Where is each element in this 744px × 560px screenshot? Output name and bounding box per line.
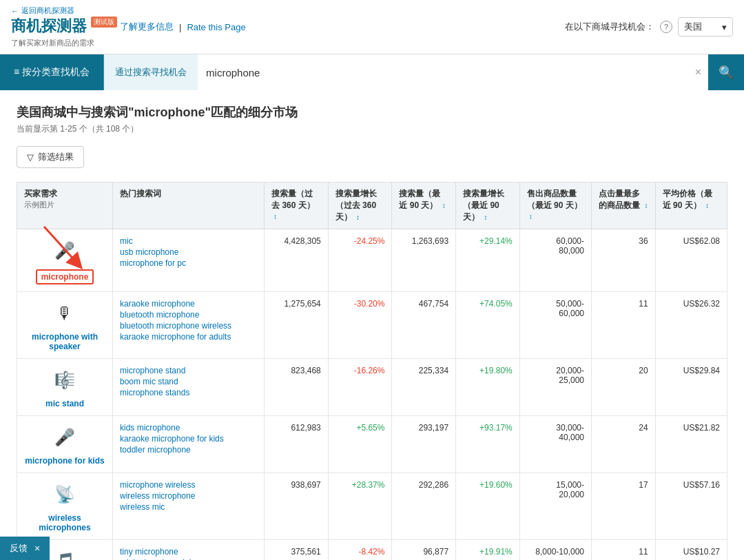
filter-button[interactable]: ▽ 筛选结果: [17, 146, 84, 168]
growth90-mini-microphone: +19.91%: [456, 540, 520, 561]
keyword-item[interactable]: microphone stand: [120, 366, 257, 375]
back-arrow-icon: ←: [11, 7, 19, 15]
price-microphone: US$62.08: [655, 229, 727, 292]
back-link[interactable]: ← 返回商机探测器: [11, 6, 246, 16]
th-sold: 售出商品数量（最近 90 天） ↕: [519, 183, 591, 229]
data-table: 买家需求 示例图片 热门搜索词 搜索量（过去 360 天） ↕ 搜索量增长（过去…: [17, 182, 727, 560]
keyword-item[interactable]: microphone wireless: [120, 480, 257, 490]
brand-subtitle: 了解买家对新商品的需求: [11, 38, 246, 48]
need-cell-microphone-for-kids: 🎤microphone for kids: [17, 416, 113, 473]
growth90-mic-stand: +19.80%: [456, 359, 520, 416]
keyword-item[interactable]: microphone stands: [120, 388, 257, 397]
clicks-microphone-for-kids: 24: [592, 416, 656, 473]
th-vol90: 搜索量（最近 90 天） ↕: [392, 183, 456, 229]
growth360-microphone-with-speaker: -30.20%: [328, 292, 392, 359]
th-keyword: 热门搜索词: [113, 183, 265, 229]
sort-icon-clicks[interactable]: ↕: [644, 202, 648, 209]
need-image-mini-microphone: 🎵: [50, 547, 79, 560]
chevron-down-icon: ▾: [722, 22, 727, 32]
back-link-text: 返回商机探测器: [21, 6, 74, 16]
keyword-item[interactable]: kids microphone: [120, 423, 257, 433]
table-wrapper: 买家需求 示例图片 热门搜索词 搜索量（过去 360 天） ↕ 搜索量增长（过去…: [17, 182, 727, 560]
keyword-item[interactable]: bluetooth microphone: [120, 310, 257, 320]
table-row: 🎼mic standmicrophone standboom mic stand…: [17, 359, 727, 416]
table-row: 🎤microphone for kidskids microphonekarao…: [17, 416, 727, 473]
keyword-item[interactable]: wireless mic: [120, 502, 257, 512]
search-button[interactable]: 🔍: [708, 54, 744, 90]
table-row: 🎙microphone with speakerkaraoke micropho…: [17, 292, 727, 359]
clicks-mic-stand: 20: [592, 359, 656, 416]
need-label-mic-stand[interactable]: mic stand: [45, 399, 84, 408]
feedback-label: 反馈: [10, 542, 28, 554]
store-select[interactable]: 美国 ▾: [678, 17, 733, 37]
th-vol360: 搜索量（过去 360 天） ↕: [265, 183, 329, 229]
nav-separator: |: [179, 22, 181, 32]
learn-more-link[interactable]: 了解更多信息: [120, 21, 174, 33]
sort-icon-price[interactable]: ↕: [705, 202, 709, 209]
rate-page-link[interactable]: Rate this Page: [187, 22, 245, 32]
vol90-wireless-microphones: 292,286: [392, 473, 456, 540]
sort-icon-vol90[interactable]: ↕: [442, 202, 446, 209]
feedback-close-button[interactable]: ×: [34, 543, 40, 554]
top-nav: ← 返回商机探测器 商机探测器 测试版 了解更多信息 | Rate this P…: [0, 0, 744, 54]
keyword-cell-mini-microphone: tiny microphonemini microphone iphonemin…: [113, 540, 265, 561]
sold-wireless-microphones: 15,000- 20,000: [519, 473, 591, 540]
keyword-cell-microphone: micusb microphonemicrophone for pc: [113, 229, 265, 292]
category-button-label: ≡ 按分类查找机会: [14, 66, 90, 79]
need-label-microphone[interactable]: microphone: [36, 269, 94, 284]
vol90-microphone-with-speaker: 467,754: [392, 292, 456, 359]
sort-icon-growth360[interactable]: ↕: [356, 214, 360, 221]
category-button[interactable]: ≡ 按分类查找机会: [0, 54, 104, 90]
keyword-cell-mic-stand: microphone standboom mic standmicrophone…: [113, 359, 265, 416]
filter-icon: ▽: [27, 152, 34, 163]
sort-icon-sold[interactable]: ↕: [529, 213, 533, 220]
vol360-microphone: 4,428,305: [265, 229, 329, 292]
keyword-item[interactable]: usb microphone: [120, 247, 257, 257]
help-icon[interactable]: ?: [660, 21, 672, 33]
vol360-wireless-microphones: 938,697: [265, 473, 329, 540]
brand-badge: 测试版: [91, 17, 117, 28]
th-growth90: 搜索量增长（最近 90 天） ↕: [456, 183, 520, 229]
need-image-microphone-with-speaker: 🎙: [50, 299, 79, 328]
need-label-microphone-with-speaker[interactable]: microphone with speaker: [32, 332, 98, 351]
keyword-item[interactable]: karaoke microphone for adults: [120, 332, 257, 342]
growth360-microphone-for-kids: +5.65%: [328, 416, 392, 473]
store-selector-section: 在以下商城寻找机会： ? 美国 ▾: [565, 17, 733, 37]
growth360-mini-microphone: -8.42%: [328, 540, 392, 561]
search-input[interactable]: [198, 54, 688, 90]
need-image-mic-stand: 🎼: [50, 366, 79, 395]
need-cell-microphone-with-speaker: 🎙microphone with speaker: [17, 292, 113, 359]
keyword-item[interactable]: tiny microphone: [120, 547, 257, 557]
need-label-wireless-microphones[interactable]: wireless microphones: [39, 513, 90, 532]
need-label-microphone-for-kids[interactable]: microphone for kids: [25, 456, 104, 466]
search-clear-button[interactable]: ×: [688, 54, 708, 90]
store-label: 在以下商城寻找机会：: [565, 21, 654, 33]
keyword-item[interactable]: boom mic stand: [120, 377, 257, 386]
keyword-item[interactable]: karaoke microphone for kids: [120, 434, 257, 444]
keyword-cell-microphone-for-kids: kids microphonekaraoke microphone for ki…: [113, 416, 265, 473]
keyword-item[interactable]: wireless microphone: [120, 491, 257, 501]
sold-mic-stand: 20,000- 25,000: [519, 359, 591, 416]
sort-icon-vol360[interactable]: ↕: [273, 213, 277, 220]
keyword-item[interactable]: mic: [120, 236, 257, 246]
feedback-bar: 反馈 ×: [0, 537, 50, 560]
clicks-microphone-with-speaker: 11: [592, 292, 656, 359]
need-image-microphone-for-kids: 🎤: [50, 423, 79, 452]
search-bar-section: ≡ 按分类查找机会 通过搜索寻找机会 × 🔍: [0, 54, 744, 90]
need-image-microphone: 🎤: [50, 236, 79, 265]
keyword-item[interactable]: bluetooth microphone wireless: [120, 321, 257, 331]
brand-section: ← 返回商机探测器 商机探测器 测试版 了解更多信息 | Rate this P…: [11, 6, 246, 48]
sold-microphone: 60,000- 80,000: [519, 229, 591, 292]
sort-icon-growth90[interactable]: ↕: [484, 214, 487, 221]
growth90-wireless-microphones: +19.60%: [456, 473, 520, 540]
keyword-item[interactable]: microphone for pc: [120, 258, 257, 268]
th-need: 买家需求 示例图片: [17, 183, 113, 229]
vol90-microphone-for-kids: 293,197: [392, 416, 456, 473]
table-row: 🎤microphonemicusb microphonemicrophone f…: [17, 229, 727, 292]
sold-microphone-with-speaker: 50,000- 60,000: [519, 292, 591, 359]
vol90-mini-microphone: 96,877: [392, 540, 456, 561]
keyword-item[interactable]: toddler microphone: [120, 445, 257, 455]
need-cell-mic-stand: 🎼mic stand: [17, 359, 113, 416]
keyword-item[interactable]: karaoke microphone: [120, 299, 257, 309]
growth360-mic-stand: -16.26%: [328, 359, 392, 416]
